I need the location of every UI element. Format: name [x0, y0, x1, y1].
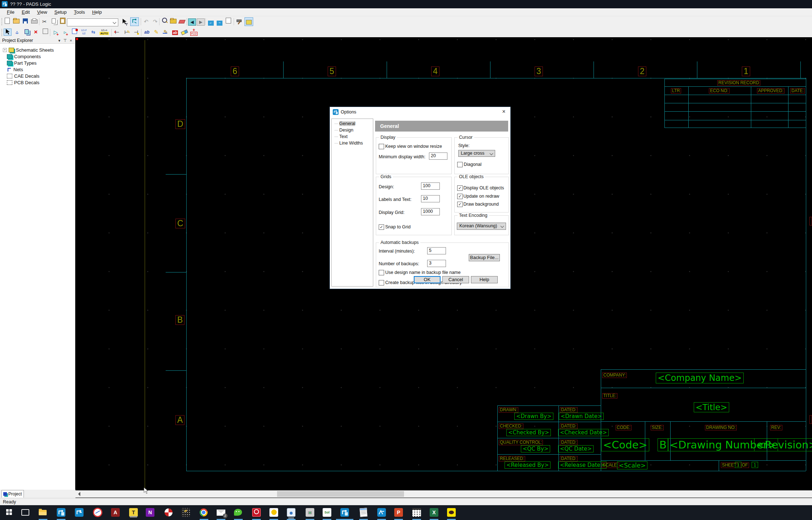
selection-filter-icon[interactable] — [122, 18, 129, 26]
project-tab[interactable]: Project — [1, 490, 24, 498]
cancel-button[interactable]: Cancel — [442, 276, 469, 283]
snap-to-grid-checkbox[interactable] — [379, 224, 384, 230]
select-tool-icon[interactable] — [4, 29, 12, 36]
view-capture-icon[interactable] — [169, 18, 177, 26]
pads-tool-icon[interactable] — [377, 508, 386, 517]
menu-file[interactable]: File — [4, 9, 18, 16]
korean-ime-icon[interactable]: ⇄ — [181, 508, 190, 517]
tree-item-part-types[interactable]: Part Types — [7, 60, 37, 66]
redo-icon[interactable]: ↷ — [151, 18, 159, 26]
min-width-input[interactable]: 20 — [429, 152, 447, 160]
undo-icon[interactable]: ↶ — [142, 18, 150, 26]
menu-help[interactable]: Help — [89, 9, 105, 16]
tree-item-nets[interactable]: Nets — [7, 66, 23, 73]
dlg-tree-line-widths[interactable]: Line Widths — [333, 141, 363, 146]
cursor-style-combo[interactable]: Large cross — [458, 150, 495, 157]
protect-mode-icon[interactable] — [245, 17, 253, 26]
pads-logic-icon[interactable] — [57, 508, 65, 517]
panel-menu-icon[interactable]: ▾ — [57, 38, 62, 43]
menu-view[interactable]: View — [34, 9, 50, 16]
dlg-tree-general[interactable]: General — [333, 121, 355, 126]
properties-form-icon[interactable] — [41, 29, 49, 36]
edit-text-icon[interactable]: ✎ — [152, 29, 160, 36]
notepad-icon[interactable] — [359, 508, 368, 517]
add-bus-icon[interactable]: ⊣ — [132, 29, 140, 36]
routing-toolbar-icon[interactable]: ⌐ — [207, 18, 215, 26]
text-encoding-combo[interactable]: Korean (Wansung) — [457, 223, 506, 230]
robot-app-icon[interactable] — [306, 508, 314, 517]
cut-icon[interactable]: ✂ — [41, 18, 48, 26]
chrome-icon[interactable] — [200, 508, 208, 517]
display-grid-input[interactable]: 1000 — [421, 208, 440, 215]
powerpoint-icon[interactable]: P — [394, 508, 403, 517]
print-icon[interactable] — [30, 18, 38, 26]
horizontal-scrollbar[interactable] — [75, 490, 812, 498]
adobe-acrobat-icon[interactable]: A — [111, 508, 120, 517]
copy-part-icon[interactable]: ▹+ — [61, 29, 69, 36]
next-sheet-icon[interactable]: ▶ — [197, 18, 205, 26]
screen-capture-icon[interactable] — [93, 508, 102, 517]
renumber-auto-icon[interactable]: U1-nAUTO — [99, 29, 110, 36]
yellow-dot-app-icon[interactable] — [269, 508, 278, 517]
add-sheet-icon[interactable] — [71, 29, 78, 36]
properties-icon[interactable] — [224, 18, 232, 26]
dialog-title-bar[interactable]: Options × — [330, 107, 510, 117]
grid-design-input[interactable]: 100 — [421, 182, 440, 190]
pads-logic-active-icon[interactable] — [340, 508, 349, 517]
use-design-name-checkbox[interactable] — [379, 270, 384, 275]
rename-icon[interactable]: ab — [171, 29, 179, 36]
panel-pin-icon[interactable]: ⊤ — [63, 38, 68, 43]
wechat-icon[interactable] — [234, 508, 243, 517]
move-tool-icon[interactable]: ↔↕ — [13, 29, 21, 36]
help-button[interactable]: Help — [471, 276, 498, 283]
add-field-icon[interactable]: +FLD — [190, 29, 198, 36]
calculator-icon[interactable] — [412, 508, 421, 517]
save-icon[interactable] — [21, 18, 29, 26]
selection-combobox[interactable] — [67, 18, 118, 26]
panel-close-icon[interactable]: × — [68, 38, 73, 43]
add-part-icon[interactable]: ▷+ — [52, 29, 60, 36]
keep-view-checkbox[interactable] — [379, 144, 384, 149]
red-pinwheel-app-icon[interactable] — [165, 508, 173, 517]
update-redraw-checkbox[interactable] — [457, 194, 463, 199]
toolbar-grip[interactable] — [1, 29, 3, 36]
open-file-icon[interactable] — [12, 18, 20, 26]
new-file-icon[interactable] — [3, 18, 11, 26]
paste-icon[interactable] — [59, 18, 67, 26]
backup-count-input[interactable]: 3 — [427, 260, 446, 267]
menu-setup[interactable]: Setup — [51, 9, 70, 16]
bus-toolbar-icon[interactable]: ~ — [216, 18, 224, 26]
menu-tools[interactable]: Tools — [71, 9, 88, 16]
edit-attribute-icon[interactable]: ✎ — [162, 29, 170, 36]
draw-background-checkbox[interactable] — [457, 202, 463, 207]
create-in-dir-checkbox[interactable] — [379, 280, 384, 285]
expand-icon[interactable]: + — [3, 48, 7, 52]
text-tool-icon[interactable]: ab — [143, 29, 151, 36]
eraser-icon[interactable] — [178, 18, 186, 26]
measure-icon[interactable] — [180, 29, 188, 36]
copy-tool-icon[interactable] — [22, 29, 30, 36]
swap-gates-icon[interactable]: U1↺U2 — [80, 29, 88, 36]
tree-item-components[interactable]: Components — [7, 53, 41, 60]
tree-item-pcb-decals[interactable]: PCB Decals — [7, 79, 39, 86]
ok-button[interactable]: OK — [414, 276, 441, 283]
add-connection-icon[interactable]: ⊢+ — [113, 29, 121, 36]
text-input-tool-icon[interactable]: T — [129, 508, 138, 517]
dlg-tree-text[interactable]: Text — [333, 134, 348, 139]
backup-file-button[interactable]: Backup File... — [469, 254, 500, 261]
scrollbar-thumb[interactable] — [277, 491, 404, 497]
pads-layout-icon[interactable] — [75, 508, 84, 517]
backup-interval-input[interactable]: 5 — [427, 247, 446, 254]
excel-icon[interactable]: X — [430, 508, 438, 517]
onenote-icon[interactable]: N — [146, 508, 154, 517]
zoom-icon[interactable] — [161, 18, 169, 26]
file-explorer-icon[interactable] — [39, 508, 47, 517]
grid-labels-input[interactable]: 10 — [421, 195, 440, 202]
start-button-icon[interactable] — [5, 508, 14, 517]
scroll-left-arrow-icon[interactable] — [76, 492, 80, 496]
mail-icon[interactable]: 2 — [217, 508, 225, 517]
display-ole-checkbox[interactable] — [457, 185, 463, 191]
connection-mode-icon[interactable] — [130, 17, 139, 26]
copy-icon[interactable] — [50, 18, 58, 26]
task-view-icon[interactable] — [21, 508, 30, 517]
